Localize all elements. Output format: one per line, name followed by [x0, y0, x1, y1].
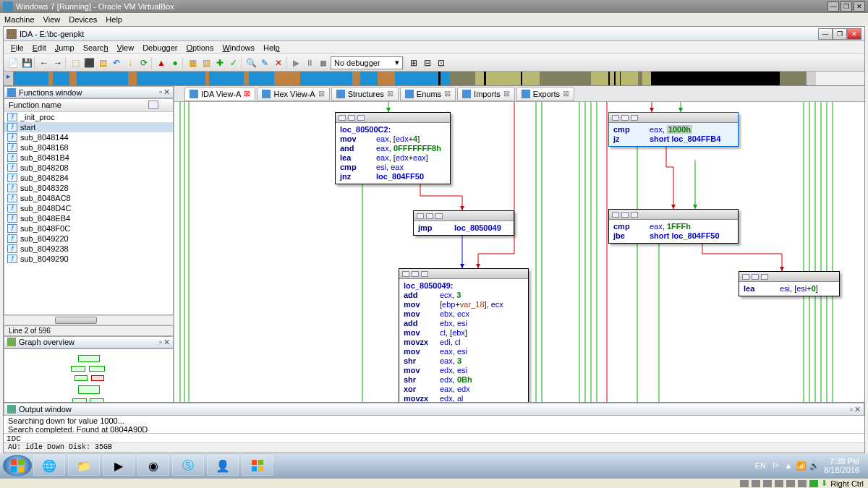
tb-edit[interactable]: ✎: [258, 56, 271, 69]
vb-shared-icon[interactable]: [786, 480, 795, 487]
tb-code[interactable]: ⬚: [69, 56, 82, 69]
function-row[interactable]: fsub_8049290: [4, 254, 173, 264]
taskbar-app1[interactable]: 👤: [207, 455, 239, 476]
tb-mark[interactable]: ✓: [227, 56, 240, 69]
tb-bp1[interactable]: ⊞: [407, 56, 420, 69]
tab-close-icon[interactable]: ⊠: [563, 89, 569, 98]
taskbar-skype[interactable]: Ⓢ: [172, 455, 204, 476]
tb-refresh[interactable]: ⟳: [137, 56, 150, 69]
tb-win1[interactable]: ▦: [186, 56, 199, 69]
ida-menu-jump[interactable]: Jump: [52, 43, 77, 52]
graph-overview-title[interactable]: Graph overview ▫ ✕: [4, 336, 174, 348]
tray-lang[interactable]: EN: [755, 461, 766, 470]
vb-cd-icon[interactable]: [752, 480, 760, 487]
asm-node-jmp[interactable]: jmploc_8050049: [413, 210, 514, 236]
function-row[interactable]: fsub_8048F0C: [4, 223, 173, 234]
functions-pane-title[interactable]: Functions window ▫ ✕: [4, 86, 174, 98]
tray-action-icon[interactable]: ▲: [783, 461, 793, 471]
function-row[interactable]: f_init_proc: [4, 112, 173, 122]
tb-stop2[interactable]: ◼: [317, 56, 330, 69]
tray-flag-icon[interactable]: 🏳: [770, 461, 780, 471]
navigation-band[interactable]: ▸: [4, 72, 864, 86]
tb-search[interactable]: 🔍: [244, 56, 258, 69]
functions-list[interactable]: Function name f_init_procfstartfsub_8048…: [4, 98, 174, 315]
pane-close-icon[interactable]: ✕: [163, 87, 170, 97]
function-row[interactable]: fsub_8048AC8: [4, 193, 173, 203]
function-row[interactable]: fsub_8048D4C: [4, 203, 173, 213]
ida-close-button[interactable]: ✕: [847, 28, 861, 40]
function-row[interactable]: fsub_8048144: [4, 132, 173, 142]
tb-undo[interactable]: ↶: [110, 56, 123, 69]
ida-menu-help[interactable]: Help: [260, 43, 283, 52]
tb-bp3[interactable]: ⊡: [435, 56, 448, 69]
function-row[interactable]: fstart: [4, 122, 173, 132]
function-row[interactable]: fsub_8049238: [4, 244, 173, 254]
tb-bp2[interactable]: ⊟: [421, 56, 434, 69]
taskbar-app2[interactable]: [242, 455, 273, 476]
pane-dock-icon[interactable]: ▫: [159, 87, 162, 97]
tb-back[interactable]: ←: [38, 56, 51, 69]
taskbar-media[interactable]: ▶: [103, 455, 135, 476]
ida-menu-view[interactable]: View: [114, 43, 137, 52]
ida-menu-options[interactable]: Options: [183, 43, 216, 52]
ida-menubar[interactable]: File Edit Jump Search View Debugger Opti…: [4, 41, 864, 54]
tb-fwd[interactable]: →: [51, 56, 64, 69]
tb-stop[interactable]: ▲: [155, 56, 168, 69]
tb-data[interactable]: ⬛: [82, 56, 95, 69]
vb-minimize-button[interactable]: —: [827, 1, 839, 12]
graph-view[interactable]: loc_80500C2: moveax, [edx+4] andeax, 0FF…: [174, 102, 864, 442]
functions-hscroll[interactable]: [4, 315, 174, 325]
tb-save[interactable]: 💾: [20, 56, 33, 69]
tab-enums[interactable]: Enums⊠: [400, 87, 456, 101]
vb-display-icon[interactable]: [798, 480, 807, 487]
vb-hd-icon[interactable]: [740, 480, 749, 487]
start-button[interactable]: [3, 455, 32, 476]
ida-maximize-button[interactable]: ❐: [833, 28, 847, 40]
tray-clock[interactable]: 7:38 PM8/18/2016: [824, 457, 859, 474]
tb-down[interactable]: ↓: [124, 56, 137, 69]
vb-close-button[interactable]: ✕: [854, 1, 865, 12]
tb-new[interactable]: 📄: [7, 56, 20, 69]
tb-pause[interactable]: ⏸: [303, 56, 316, 69]
vb-usb-icon[interactable]: [775, 480, 783, 487]
function-row[interactable]: fsub_80481B4: [4, 153, 173, 163]
windows-taskbar[interactable]: 🌐 📁 ▶ ◉ Ⓢ 👤 EN 🏳 ▲ 📶 🔊 7:38 PM8/18/2016: [0, 453, 868, 478]
vb-menu-machine[interactable]: Machine: [4, 15, 35, 24]
tb-add[interactable]: ✚: [213, 56, 226, 69]
vb-menu-view[interactable]: View: [43, 15, 61, 24]
function-row[interactable]: fsub_8048284: [4, 173, 173, 183]
debugger-select[interactable]: No debugger▾: [331, 56, 403, 69]
tab-close-icon[interactable]: ⊠: [503, 89, 510, 98]
asm-node-lea[interactable]: leaesi, [esi+0]: [739, 271, 840, 296]
tray-network-icon[interactable]: 📶: [796, 461, 807, 471]
tb-del[interactable]: ✕: [272, 56, 285, 69]
tab-imports[interactable]: Imports⊠: [457, 87, 515, 101]
ida-menu-edit[interactable]: Edit: [30, 43, 49, 52]
vb-menu-help[interactable]: Help: [106, 15, 122, 24]
tab-structures[interactable]: Structures⊠: [331, 87, 399, 101]
tb-go[interactable]: ●: [169, 56, 182, 69]
virtualbox-menubar[interactable]: Machine View Devices Help: [0, 13, 868, 26]
function-row[interactable]: fsub_8048EB4: [4, 213, 173, 223]
tab-ida-view-a[interactable]: IDA View-A⊠: [184, 87, 255, 101]
asm-node-cmp-1000[interactable]: cmpeax, 1000h jzshort loc_804FFB4: [608, 112, 739, 147]
ida-minimize-button[interactable]: —: [818, 28, 833, 40]
function-row[interactable]: fsub_8048328: [4, 183, 173, 193]
tb-run[interactable]: ▶: [289, 56, 302, 69]
taskbar-ie[interactable]: 🌐: [33, 455, 65, 476]
tray-volume-icon[interactable]: 🔊: [809, 461, 820, 471]
vb-maximize-button[interactable]: ❐: [841, 1, 852, 12]
system-tray[interactable]: EN 🏳 ▲ 📶 🔊 7:38 PM8/18/2016: [749, 457, 865, 474]
ida-menu-debugger[interactable]: Debugger: [140, 43, 180, 52]
column-config-icon[interactable]: [148, 100, 158, 109]
tab-close-icon[interactable]: ⊠: [387, 89, 393, 98]
output-pane-title[interactable]: Output window ▫ ✕: [4, 403, 864, 416]
ida-menu-file[interactable]: File: [8, 43, 27, 52]
function-row[interactable]: fsub_8048208: [4, 163, 173, 173]
asm-node-cmp-1FFF[interactable]: cmpeax, 1FFFh jbeshort loc_804FF50: [608, 209, 739, 244]
function-row[interactable]: fsub_8049220: [4, 234, 173, 244]
tab-close-icon[interactable]: ⊠: [244, 89, 250, 98]
tab-close-icon[interactable]: ⊠: [318, 89, 325, 98]
vb-net-icon[interactable]: [763, 480, 772, 487]
function-row[interactable]: fsub_8048168: [4, 142, 173, 153]
